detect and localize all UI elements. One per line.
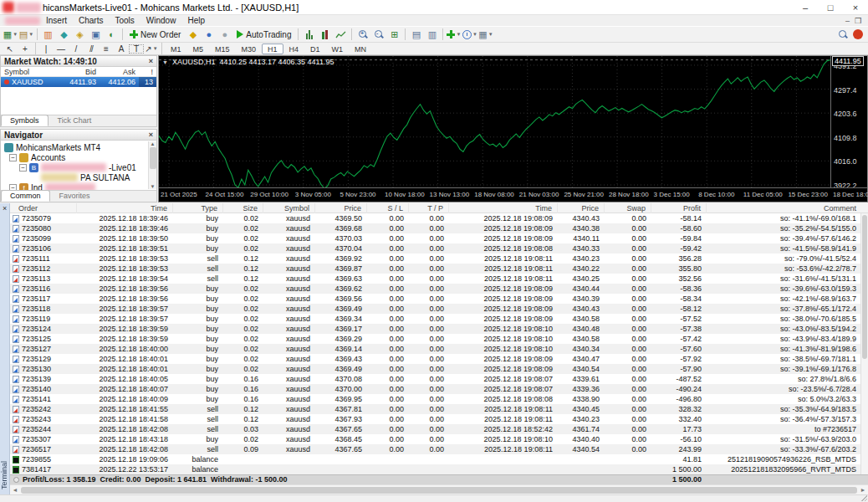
timeframe-button-h4[interactable]: H4 — [283, 44, 305, 54]
search-icon[interactable] — [838, 29, 848, 39]
navigator-scrollbar[interactable]: ▲ ▼ — [148, 141, 156, 189]
order-row-7235141[interactable]: 72351412025.12.18 18:40:09buy0.16xauusd4… — [10, 394, 868, 404]
orders-table-header[interactable]: OrderTimeTypeSizeSymbolPriceS / LT / PTi… — [10, 203, 868, 213]
window-minimize-button[interactable]: – — [793, 0, 818, 14]
collapse-icon[interactable]: − — [9, 154, 17, 161]
indicators-button[interactable]: ▼ — [446, 28, 462, 42]
orders-column-size[interactable]: Size — [223, 203, 263, 213]
orders-vertical-scrollbar[interactable] — [860, 213, 868, 474]
zoom-in-button[interactable]: + — [355, 28, 370, 42]
orders-column-profit[interactable]: Profit — [651, 203, 707, 213]
orders-column-time-close[interactable]: Time — [449, 203, 558, 213]
close-icon[interactable]: × — [3, 205, 7, 212]
market-watch-column-ask[interactable]: Ask — [100, 68, 139, 76]
orders-column-time[interactable]: Time — [77, 203, 173, 213]
market-watch-header[interactable]: SymbolBidAsk! — [1, 67, 156, 77]
chart-collapse-icon[interactable]: ▼ — [162, 59, 168, 65]
order-row-7235111[interactable]: 72351112025.12.18 18:39:53sell0.12xauusd… — [10, 254, 868, 264]
order-row-7235080[interactable]: 72350802025.12.18 18:39:46buy0.02xauusd4… — [10, 223, 868, 233]
horizontal-line-tool[interactable]: — — [54, 44, 69, 54]
orders-column-order[interactable]: Order — [10, 203, 77, 213]
orders-column-symbol[interactable]: Symbol — [263, 203, 315, 213]
tile-windows-button[interactable]: ⊞ — [386, 28, 402, 42]
chart-window[interactable]: 4391.24297.44203.64109.84016.03922.24411… — [158, 55, 868, 202]
order-row-7235125[interactable]: 72351252025.12.18 18:39:59buy0.02xauusd4… — [10, 334, 868, 344]
orders-column-tp[interactable]: T / P — [409, 203, 449, 213]
tree-item-terminal[interactable]: MohicansMarkets MT4 — [1, 142, 156, 152]
market-watch-toggle[interactable]: ▥ — [40, 28, 56, 42]
order-row-7235116[interactable]: 72351162025.12.18 18:39:56buy0.02xauusd4… — [10, 284, 868, 294]
orders-column-type[interactable]: Type — [173, 203, 223, 213]
orders-column-sl[interactable]: S / L — [367, 203, 409, 213]
profiles-button[interactable]: ▤▼ — [18, 28, 34, 42]
order-row-7239855[interactable]: 72398552025.12.18 19:09:06balance41.8125… — [10, 454, 868, 464]
timeframe-button-m1[interactable]: M1 — [165, 44, 187, 54]
autotrading-button[interactable]: AutoTrading — [232, 28, 295, 42]
order-row-7235117[interactable]: 72351172025.12.18 18:39:56buy0.02xauusd4… — [10, 294, 868, 304]
order-row-7235242[interactable]: 72352422025.12.18 18:41:55sell0.12xauusd… — [10, 404, 868, 414]
order-row-7235124[interactable]: 72351242025.12.18 18:39:59buy0.02xauusd4… — [10, 324, 868, 334]
vertical-line-tool[interactable]: | — [38, 44, 54, 54]
market-globe-button[interactable]: ● — [217, 28, 232, 42]
menu-item-tools[interactable]: Tools — [109, 16, 140, 25]
order-row-7235244[interactable]: 72352442025.12.18 18:42:08sell0.03xauusd… — [10, 424, 868, 434]
tab-symbols[interactable]: Symbols — [1, 115, 49, 126]
order-row-7235079[interactable]: 72350792025.12.18 18:39:46buy0.02xauusd4… — [10, 213, 868, 223]
order-row-7235139[interactable]: 72351392025.12.18 18:40:05buy0.16xauusd4… — [10, 374, 868, 384]
order-row-7236517[interactable]: 72365172025.12.18 18:42:08sell0.09xauusd… — [10, 444, 868, 454]
bar-chart-button[interactable] — [301, 28, 317, 42]
order-row-7381417[interactable]: 73814172025.12.22 13:53:17balance1 500.0… — [10, 464, 868, 474]
menu-item-charts[interactable]: Charts — [73, 16, 109, 25]
channel-tool[interactable]: // — [84, 44, 99, 54]
timeframe-button-m15[interactable]: M15 — [209, 44, 236, 54]
text-tool[interactable]: A — [114, 44, 129, 54]
order-row-7235106[interactable]: 72351062025.12.18 18:39:51buy0.02xauusd4… — [10, 243, 868, 254]
navigator-caption[interactable]: Navigator × — [1, 130, 156, 141]
line-chart-button[interactable] — [333, 28, 349, 42]
chart-minimize-button[interactable]: – — [845, 17, 850, 25]
templates-button[interactable]: ▦▼ — [477, 28, 493, 42]
expert-advisors-button[interactable]: ● — [201, 28, 217, 42]
orders-horizontal-scrollbar[interactable]: ◄ ► — [10, 484, 868, 494]
menu-item-window[interactable]: Window — [140, 16, 182, 25]
tab-tick-chart[interactable]: Tick Chart — [49, 115, 101, 126]
community-icon[interactable] — [853, 29, 863, 39]
timeframe-button-mn[interactable]: MN — [349, 44, 372, 54]
cursor-tool[interactable]: ↖ — [3, 44, 18, 54]
market-watch-column-symbol[interactable]: Symbol — [1, 68, 59, 76]
zoom-out-button[interactable]: - — [370, 28, 386, 42]
new-chart-button[interactable]: ▦▼ — [3, 28, 18, 42]
timeframe-button-m5[interactable]: M5 — [187, 44, 210, 54]
scrollbar-thumb[interactable] — [862, 215, 867, 359]
arrows-tool[interactable]: ↗▼ — [144, 44, 159, 54]
close-icon[interactable]: × — [149, 58, 153, 65]
timeframe-button-m30[interactable]: M30 — [236, 44, 263, 54]
order-row-7235099[interactable]: 72350992025.12.18 18:39:50buy0.02xauusd4… — [10, 233, 868, 243]
timeframe-button-d1[interactable]: D1 — [304, 44, 326, 54]
data-window-toggle[interactable]: ◆ — [56, 28, 72, 42]
market-watch-column-bid[interactable]: Bid — [59, 68, 100, 76]
order-row-7235307[interactable]: 72353072025.12.18 18:43:18buy0.02xauusd4… — [10, 434, 868, 444]
collapse-icon[interactable]: − — [19, 164, 27, 172]
order-row-7235140[interactable]: 72351402025.12.18 18:40:07buy0.16xauusd4… — [10, 384, 868, 394]
market-watch-column-spread[interactable]: ! — [139, 68, 156, 76]
scroll-up-icon[interactable]: ▲ — [151, 141, 156, 146]
market-watch-caption[interactable]: Market Watch: 14:49:10 × — [1, 56, 156, 67]
navigator-toggle[interactable]: ◈ — [72, 28, 88, 42]
resize-grip[interactable] — [861, 495, 867, 501]
timeframe-button-w1[interactable]: W1 — [326, 44, 350, 54]
chart-time-scale[interactable]: 21 Oct 202524 Oct 15:0029 Oct 10:003 Nov… — [159, 187, 867, 202]
scroll-right-icon[interactable]: ► — [858, 487, 868, 493]
order-row-7235119[interactable]: 72351192025.12.18 18:39:57buy0.02xauusd4… — [10, 314, 868, 324]
order-row-7235118[interactable]: 72351182025.12.18 18:39:57buy0.02xauusd4… — [10, 304, 868, 314]
tree-item-account[interactable]: − B -Live01 — [1, 162, 156, 172]
close-icon[interactable]: × — [149, 131, 153, 139]
strategy-tester-toggle[interactable]: ◐ — [104, 28, 120, 42]
menu-item-insert[interactable]: Insert — [40, 16, 73, 25]
window-maximize-button[interactable]: □ — [818, 0, 843, 14]
scroll-down-icon[interactable]: ▼ — [151, 184, 156, 189]
cascade-windows-button[interactable]: ▤ — [408, 28, 424, 42]
orders-column-price[interactable]: Price — [315, 203, 367, 213]
orders-column-price-close[interactable]: Price — [558, 203, 605, 213]
orders-column-swap[interactable]: Swap — [605, 203, 651, 213]
